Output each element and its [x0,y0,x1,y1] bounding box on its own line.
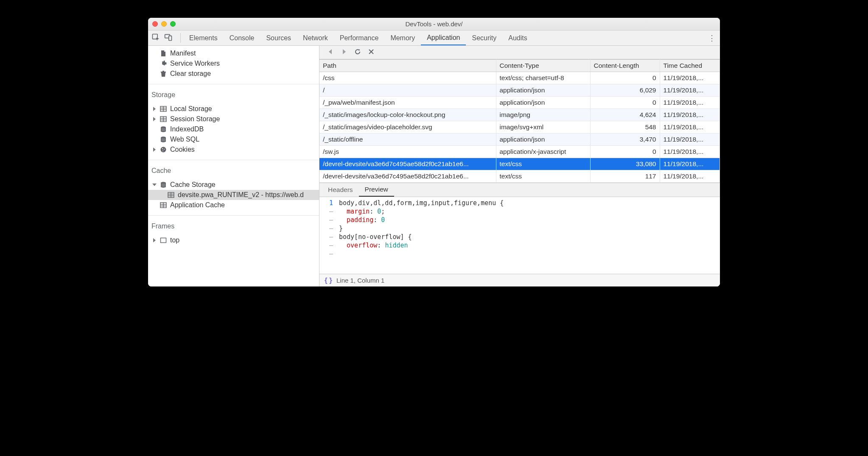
cursor-position-label: Line 1, Column 1 [336,277,384,284]
application-sidebar: ManifestService WorkersClear storage Sto… [148,46,319,286]
tab-memory[interactable]: Memory [384,31,421,45]
subtab-headers[interactable]: Headers [322,183,359,197]
nav-forward-icon[interactable] [341,48,347,56]
titlebar: DevTools - web.dev/ [148,18,720,31]
table-row[interactable]: /_static/offlineapplication/json3,47011/… [319,133,720,146]
grid-icon [168,192,174,198]
maximize-window-button[interactable] [170,21,176,27]
sidebar-item-service-workers[interactable]: Service Workers [148,58,319,69]
cell-ct: text/css; charset=utf-8 [496,72,590,84]
pretty-print-icon[interactable]: { } [325,276,332,285]
cell-path: /sw.js [319,146,496,158]
svg-rect-14 [161,238,166,243]
cell-cl: 33,080 [590,158,660,170]
db-icon [160,126,167,133]
tab-console[interactable]: Console [224,31,260,45]
cell-tc: 11/19/2018,... [660,72,720,84]
cell-ct: application/json [496,133,590,146]
table-row[interactable]: /devrel-devsite/va3e6d7c495ae58d2f0c21ab… [319,170,720,183]
column-header-content-type[interactable]: Content-Type [496,60,590,72]
detail-subtabs: HeadersPreview [319,183,720,197]
cache-toolbar [319,46,720,59]
sidebar-item-label: Session Storage [170,115,220,123]
gear-icon [160,60,167,67]
cell-path: /css [319,72,496,84]
column-header-time-cached[interactable]: Time Cached [660,60,720,72]
cell-cl: 4,624 [590,109,660,121]
sidebar-item-label: Cache Storage [170,181,216,189]
sidebar-item-label: Manifest [170,50,196,57]
sidebar-item-label: IndexedDB [170,125,204,133]
tab-sources[interactable]: Sources [260,31,297,45]
tab-application[interactable]: Application [421,31,466,45]
disclosure-icon[interactable] [153,107,156,111]
cell-cl: 548 [590,121,660,133]
device-toggle-icon[interactable] [164,33,173,43]
sidebar-item-label: Web SQL [170,136,199,143]
devtools-window: DevTools - web.dev/ ElementsConsoleSourc… [148,18,720,286]
tab-security[interactable]: Security [466,31,502,45]
disclosure-icon[interactable] [153,117,156,121]
minimize-window-button[interactable] [161,21,167,27]
frames-heading: Frames [148,218,319,233]
nav-back-icon[interactable] [327,48,334,56]
divider [180,33,181,43]
svg-point-10 [162,150,163,151]
column-header-path[interactable]: Path [319,60,496,72]
sidebar-item-cache-storage[interactable]: Cache Storage [148,180,319,190]
cell-ct: application/json [496,84,590,97]
cache-entries-table: PathContent-TypeContent-LengthTime Cache… [319,59,720,183]
refresh-icon[interactable] [354,48,361,56]
sidebar-item-manifest[interactable]: Manifest [148,48,319,58]
sidebar-item-label: devsite.pwa_RUNTIME_v2 - https://web.d [178,191,304,199]
table-row[interactable]: /sw.jsapplication/x-javascript011/19/201… [319,146,720,158]
tab-audits[interactable]: Audits [502,31,533,45]
sidebar-item-top[interactable]: top [148,235,319,245]
table-row[interactable]: /csstext/css; charset=utf-8011/19/2018,.… [319,72,720,84]
cell-ct: application/json [496,97,590,109]
tab-elements[interactable]: Elements [183,31,224,45]
editor-statusbar: { } Line 1, Column 1 [319,274,720,286]
table-row[interactable]: /_static/images/video-placeholder.svgima… [319,121,720,133]
sidebar-item-indexeddb[interactable]: IndexedDB [148,124,319,134]
grid-icon [160,202,167,209]
sidebar-item-cookies[interactable]: Cookies [148,145,319,155]
svg-point-9 [164,149,165,150]
sidebar-item-application-cache[interactable]: Application Cache [148,200,319,210]
tab-performance[interactable]: Performance [334,31,385,45]
sidebar-item-session-storage[interactable]: Session Storage [148,114,319,124]
svg-point-7 [161,147,166,153]
column-header-content-length[interactable]: Content-Length [590,60,660,72]
cell-cl: 0 [590,146,660,158]
table-row[interactable]: /_static/images/lockup-color-knockout.pn… [319,109,720,121]
sidebar-item-devsite-pwa-runtime-v2-https-web-d[interactable]: devsite.pwa_RUNTIME_v2 - https://web.d [148,190,319,200]
disclosure-icon[interactable] [153,147,156,152]
svg-rect-2 [169,36,172,41]
sidebar-item-label: Service Workers [170,60,220,67]
table-row[interactable]: /devrel-devsite/va3e6d7c495ae58d2f0c21ab… [319,158,720,170]
disclosure-icon[interactable] [153,238,156,242]
sidebar-item-web-sql[interactable]: Web SQL [148,134,319,145]
subtab-preview[interactable]: Preview [359,183,394,197]
tab-network[interactable]: Network [297,31,334,45]
close-window-button[interactable] [152,21,158,27]
table-row[interactable]: /_pwa/web/manifest.jsonapplication/json0… [319,97,720,109]
table-row[interactable]: /application/json6,02911/19/2018,... [319,84,720,97]
trash-icon [160,70,167,77]
db-icon [160,136,167,143]
window-title: DevTools - web.dev/ [148,20,720,28]
delete-icon[interactable] [368,48,375,56]
more-menu-icon[interactable]: ⋮ [708,31,716,45]
inspect-element-icon[interactable] [151,33,160,43]
sidebar-item-local-storage[interactable]: Local Storage [148,104,319,114]
sidebar-item-label: Cookies [170,146,195,153]
cell-ct: image/png [496,109,590,121]
sidebar-item-label: Clear storage [170,70,211,78]
disclosure-icon[interactable] [152,184,157,186]
cell-path: /devrel-devsite/va3e6d7c495ae58d2f0c21ab… [319,158,496,170]
window-controls [152,21,176,27]
sidebar-item-label: Local Storage [170,105,212,113]
cell-tc: 11/19/2018,... [660,121,720,133]
css-source-preview: body,div,dl,dd,form,img,input,figure,men… [336,197,720,274]
sidebar-item-clear-storage[interactable]: Clear storage [148,69,319,79]
